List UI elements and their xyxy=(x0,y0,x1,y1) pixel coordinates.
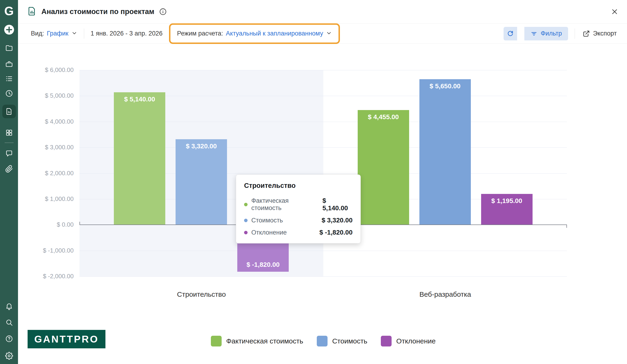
export-button[interactable]: Экспорт xyxy=(581,30,618,37)
legend-swatch-green xyxy=(211,336,222,347)
bar-value-label: $ 1,195.00 xyxy=(481,197,532,205)
page-title: Анализ стоимости по проектам xyxy=(41,7,154,16)
gridline xyxy=(79,251,567,251)
gridline xyxy=(79,276,567,277)
legend-swatch-purple xyxy=(381,336,392,347)
chart-legend: Фактическая стоимость Стоимость Отклонен… xyxy=(79,336,567,347)
ganttpro-logo-icon[interactable]: G xyxy=(2,4,16,18)
search-icon[interactable] xyxy=(2,316,16,329)
bar-series-1-category-1[interactable]: $ 5,650.00 xyxy=(419,79,471,225)
tooltip-title: Строительство xyxy=(244,182,353,189)
close-icon[interactable] xyxy=(611,8,618,15)
info-icon[interactable] xyxy=(159,8,167,16)
gridline xyxy=(79,70,567,70)
refresh-button[interactable] xyxy=(504,27,517,41)
bar-value-label: $ 4,455.00 xyxy=(358,113,409,121)
y-axis-tick-label: $ 6,000.00 xyxy=(20,66,74,74)
y-axis-tick-label: $ -1,000.00 xyxy=(20,247,74,254)
bar-value-label: $ 5,140.00 xyxy=(114,95,165,103)
filter-icon xyxy=(530,30,537,37)
view-value: График xyxy=(47,30,68,37)
view-select[interactable]: Вид: График xyxy=(31,30,77,37)
legend-swatch-blue xyxy=(317,336,327,347)
portfolio-briefcase-icon[interactable] xyxy=(2,57,16,71)
mode-value: Актуальный к запланированному xyxy=(226,30,323,37)
tooltip-label: Фактическая стоимость xyxy=(251,197,319,212)
filter-label: Фильтр xyxy=(541,30,562,37)
chevron-down-icon xyxy=(326,30,332,37)
report-toolbar: Вид: График 1 янв. 2026 - 3 апр. 2026 Ре… xyxy=(18,24,627,44)
report-document-icon xyxy=(27,6,37,17)
settings-gear-icon[interactable] xyxy=(2,349,16,363)
history-clock-icon[interactable] xyxy=(2,87,16,100)
apps-grid-icon[interactable] xyxy=(2,126,16,139)
view-label: Вид: xyxy=(31,30,44,37)
reports-icon[interactable] xyxy=(2,105,16,118)
refresh-icon xyxy=(507,30,514,37)
y-axis-tick-label: $ 0.00 xyxy=(20,221,74,228)
bar-value-label: $ 3,320.00 xyxy=(176,142,227,150)
x-axis-category-label: Строительство xyxy=(79,290,323,298)
series-dot-actual-cost xyxy=(244,203,248,206)
bar-value-label: $ -1,820.00 xyxy=(237,261,289,269)
attachments-paperclip-icon[interactable] xyxy=(2,162,16,176)
logo-letter: G xyxy=(4,5,13,17)
y-axis-tick-label: $ 2,000.00 xyxy=(20,170,74,177)
series-dot-deviation xyxy=(244,231,248,234)
legend-item-actual-cost[interactable]: Фактическая стоимость xyxy=(211,336,303,347)
bar-series-0-category-1[interactable]: $ 4,455.00 xyxy=(358,110,409,225)
x-axis-category-label: Веб-разработка xyxy=(323,290,567,298)
sidebar-divider xyxy=(5,142,13,143)
legend-label: Стоимость xyxy=(332,337,367,345)
bar-chart-plot: $ 5,140.00$ 3,320.00$ -1,820.00$ 4,455.0… xyxy=(79,70,567,276)
tooltip-row: Фактическая стоимость $ 5,140.00 xyxy=(244,197,353,212)
legend-label: Фактическая стоимость xyxy=(226,337,303,345)
date-range[interactable]: 1 янв. 2026 - 3 апр. 2026 xyxy=(91,30,163,37)
ganttpro-logo: GANTTPRO xyxy=(28,330,105,348)
chart-tooltip: Строительство Фактическая стоимость $ 5,… xyxy=(236,175,361,243)
series-dot-cost xyxy=(244,219,248,222)
export-icon xyxy=(583,30,590,37)
export-label: Экспорт xyxy=(593,30,617,37)
bar-value-label: $ 5,650.00 xyxy=(419,83,471,90)
bar-series-0-category-0[interactable]: $ 5,140.00 xyxy=(114,92,165,225)
tooltip-label: Отклонение xyxy=(251,229,287,236)
tooltip-row: Отклонение $ -1,820.00 xyxy=(244,229,353,236)
y-axis-tick-label: $ 5,000.00 xyxy=(20,92,74,99)
tooltip-label: Стоимость xyxy=(251,217,283,224)
legend-item-deviation[interactable]: Отклонение xyxy=(381,336,435,347)
bar-series-2-category-1[interactable]: $ 1,195.00 xyxy=(481,194,532,225)
legend-label: Отклонение xyxy=(396,337,435,345)
tooltip-value: $ 5,140.00 xyxy=(322,197,353,212)
y-axis-tick-label: $ 1,000.00 xyxy=(20,195,74,203)
projects-folder-icon[interactable] xyxy=(2,41,16,55)
comments-icon[interactable] xyxy=(2,147,16,160)
add-icon[interactable] xyxy=(2,23,16,37)
chevron-down-icon xyxy=(71,30,77,37)
ganttpro-app: G xyxy=(0,0,627,364)
filter-button[interactable]: Фильтр xyxy=(524,27,568,41)
sidebar: G xyxy=(0,0,18,364)
legend-item-cost[interactable]: Стоимость xyxy=(317,336,367,347)
tooltip-value: $ 3,320.00 xyxy=(322,217,353,224)
y-axis-tick-label: $ 4,000.00 xyxy=(20,118,74,125)
task-list-icon[interactable] xyxy=(2,72,16,86)
report-header: Анализ стоимости по проектам xyxy=(18,0,627,24)
y-axis-tick-label: $ 3,000.00 xyxy=(20,144,74,151)
y-axis-tick-label: $ -2,000.00 xyxy=(20,273,74,280)
tooltip-value: $ -1,820.00 xyxy=(319,229,353,236)
tooltip-row: Стоимость $ 3,320.00 xyxy=(244,217,353,224)
help-icon[interactable] xyxy=(2,332,16,346)
notifications-bell-icon[interactable] xyxy=(2,299,16,313)
toolbar-divider xyxy=(84,29,84,39)
calculation-mode-select[interactable]: Режим расчета: Актуальный к запланирован… xyxy=(169,23,340,44)
mode-label: Режим расчета: xyxy=(177,30,223,37)
bar-series-1-category-0[interactable]: $ 3,320.00 xyxy=(176,139,227,225)
